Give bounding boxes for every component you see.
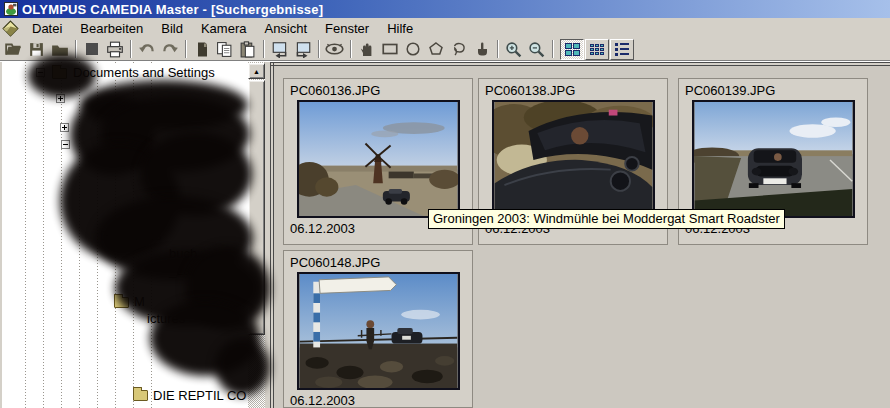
stop-icon bbox=[84, 41, 100, 57]
tree-guide-line bbox=[43, 62, 44, 408]
large-thumbnails-icon bbox=[565, 43, 580, 56]
rotate-right-button[interactable] bbox=[291, 38, 314, 60]
panel-split-border bbox=[270, 62, 271, 408]
thumbnail-cell[interactable]: PC060148.JPG bbox=[283, 250, 473, 408]
thumbnail-image-windmill[interactable] bbox=[297, 100, 460, 218]
scrollbar-up-button[interactable]: ▲ bbox=[248, 63, 265, 79]
copy-icon bbox=[216, 41, 233, 58]
zoom-in-icon bbox=[505, 41, 522, 58]
thumbnail-image-signpost[interactable] bbox=[297, 272, 460, 390]
preview-button[interactable] bbox=[323, 38, 346, 60]
rotate-left-button[interactable] bbox=[268, 38, 291, 60]
rectangle-select-icon bbox=[381, 42, 399, 56]
menu-fenster[interactable]: Fenster bbox=[316, 19, 378, 38]
lasso-select-icon bbox=[451, 41, 467, 57]
hand-icon bbox=[359, 41, 375, 57]
zoom-in-button[interactable] bbox=[502, 38, 525, 60]
window-title: OLYMPUS CAMEDIA Master - [Suchergebnisse… bbox=[22, 2, 323, 17]
application-window: OLYMPUS CAMEDIA Master - [Suchergebnisse… bbox=[0, 0, 890, 408]
mdi-child-icon[interactable] bbox=[2, 20, 19, 37]
thumbnail-image-roadster-front[interactable] bbox=[692, 100, 855, 218]
panel-split-border bbox=[273, 62, 274, 408]
thumbnail-filename: PC060138.JPG bbox=[485, 83, 661, 98]
tree-expander-plus[interactable] bbox=[60, 123, 69, 132]
zoom-out-icon bbox=[528, 41, 545, 58]
cut-button[interactable] bbox=[190, 38, 213, 60]
details-view-icon bbox=[615, 43, 629, 56]
menu-hilfe[interactable]: Hilfe bbox=[378, 19, 422, 38]
menu-bearbeiten[interactable]: Bearbeiten bbox=[71, 19, 152, 38]
menu-ansicht[interactable]: Ansicht bbox=[255, 19, 316, 38]
tree-expander-minus[interactable] bbox=[61, 140, 70, 149]
small-thumbnails-icon bbox=[590, 44, 604, 55]
menu-kamera[interactable]: Kamera bbox=[192, 19, 256, 38]
undo-button[interactable] bbox=[135, 38, 158, 60]
open-folder-icon bbox=[5, 41, 23, 57]
thumbnail-filename: PC060136.JPG bbox=[290, 83, 466, 98]
redaction-scribble bbox=[215, 338, 270, 396]
ellipse-select-button[interactable] bbox=[401, 38, 424, 60]
toolbar bbox=[0, 38, 890, 60]
polygon-select-button[interactable] bbox=[424, 38, 447, 60]
small-thumbnails-view-button[interactable] bbox=[585, 39, 609, 60]
toolbar-separator bbox=[263, 40, 264, 58]
toolbar-separator bbox=[185, 40, 186, 58]
search-results-panel: PC060136.JPG bbox=[274, 66, 890, 408]
paste-button[interactable] bbox=[236, 38, 259, 60]
toolbar-separator bbox=[497, 40, 498, 58]
pointing-hand-button[interactable] bbox=[470, 38, 493, 60]
thumbnail-filename: PC060139.JPG bbox=[685, 83, 861, 98]
large-thumbnails-view-button[interactable] bbox=[560, 39, 584, 60]
print-button[interactable] bbox=[103, 38, 126, 60]
thumbnail-filename: PC060148.JPG bbox=[290, 255, 466, 270]
redo-icon bbox=[161, 42, 179, 57]
menu-bar: Datei Bearbeiten Bild Kamera Ansicht Fen… bbox=[0, 18, 890, 38]
polygon-select-icon bbox=[428, 41, 444, 57]
tree-guide-line bbox=[25, 62, 26, 408]
pointing-hand-icon bbox=[474, 41, 490, 57]
thumbnail-image-roadster-closeup[interactable] bbox=[492, 100, 655, 218]
open-folder-button[interactable] bbox=[2, 38, 25, 60]
rotate-left-icon bbox=[271, 41, 289, 58]
menu-datei[interactable]: Datei bbox=[23, 19, 71, 38]
undo-icon bbox=[138, 42, 156, 57]
toolbar-separator bbox=[350, 40, 351, 58]
zoom-out-button[interactable] bbox=[525, 38, 548, 60]
redaction-scribble bbox=[28, 54, 96, 98]
rectangle-select-button[interactable] bbox=[378, 38, 401, 60]
lasso-select-button[interactable] bbox=[447, 38, 470, 60]
app-icon bbox=[4, 2, 18, 16]
folder-icon bbox=[133, 390, 148, 401]
tree-guide-line bbox=[61, 62, 62, 408]
stop-button[interactable] bbox=[80, 38, 103, 60]
toolbar-separator bbox=[318, 40, 319, 58]
eye-icon bbox=[325, 42, 344, 56]
details-view-button[interactable] bbox=[610, 39, 634, 60]
cut-icon bbox=[194, 41, 210, 58]
paste-icon bbox=[239, 41, 256, 58]
menu-bild[interactable]: Bild bbox=[152, 19, 192, 38]
print-icon bbox=[106, 41, 124, 58]
thumbnail-tooltip: Groningen 2003: Windmühle bei Moddergat … bbox=[428, 209, 785, 229]
title-bar: OLYMPUS CAMEDIA Master - [Suchergebnisse… bbox=[0, 0, 890, 18]
hand-tool-button[interactable] bbox=[355, 38, 378, 60]
thumbnail-date: 06.12.2003 bbox=[290, 393, 466, 408]
ellipse-select-icon bbox=[405, 41, 421, 57]
rotate-right-icon bbox=[294, 41, 312, 58]
copy-button[interactable] bbox=[213, 38, 236, 60]
toolbar-separator bbox=[552, 40, 553, 58]
save-icon bbox=[28, 41, 45, 58]
redo-button[interactable] bbox=[158, 38, 181, 60]
panel-top-border bbox=[270, 62, 890, 63]
toolbar-separator bbox=[130, 40, 131, 58]
